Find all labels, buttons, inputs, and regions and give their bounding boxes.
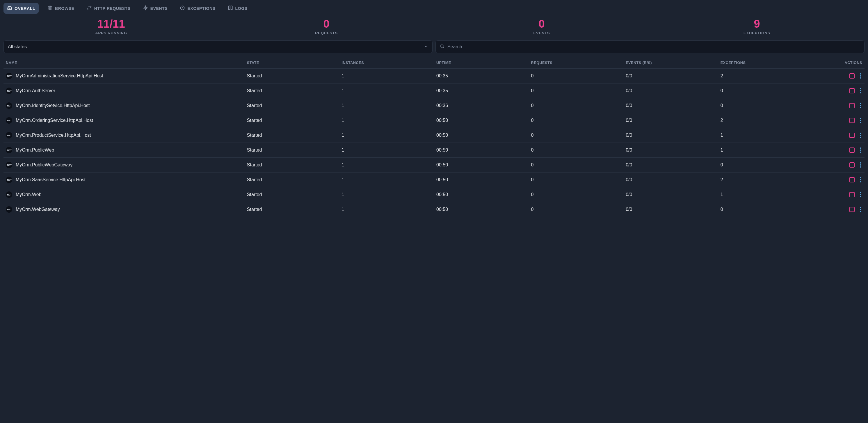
more-actions-button[interactable] [859, 73, 862, 79]
app-events: 0/0 [623, 128, 718, 143]
dotnet-icon: .NET [6, 206, 12, 213]
app-name[interactable]: MyCrm.OrderingService.HttpApi.Host [16, 118, 93, 123]
more-actions-button[interactable] [859, 162, 862, 168]
more-actions-button[interactable] [859, 206, 862, 213]
app-instances: 1 [339, 98, 434, 113]
more-actions-button[interactable] [859, 177, 862, 183]
stop-button[interactable] [849, 103, 855, 108]
app-events: 0/0 [623, 143, 718, 158]
tab-browse[interactable]: BROWSE [44, 3, 78, 14]
tabs: OVERALLBROWSEHTTP REQUESTSEVENTSEXCEPTIO… [0, 0, 868, 15]
app-exceptions: 2 [718, 113, 804, 128]
more-actions-button[interactable] [859, 102, 862, 109]
table-row: .NETMyCrm.PublicWebStarted100:5000/01 [3, 143, 865, 158]
dotnet-icon: .NET [6, 117, 12, 124]
stop-button[interactable] [849, 133, 855, 138]
col-requests: REQUESTS [529, 57, 624, 69]
app-name[interactable]: MyCrm.PublicWeb [16, 148, 54, 153]
app-name[interactable]: MyCrm.AuthServer [16, 88, 55, 93]
dotnet-icon: .NET [6, 102, 12, 109]
globe-icon [48, 5, 53, 11]
app-name[interactable]: MyCrm.WebGateway [16, 207, 60, 212]
app-uptime: 00:50 [434, 202, 529, 217]
stats-row: 11/11 APPS RUNNING 0 REQUESTS 0 EVENTS 9… [0, 15, 868, 40]
stat-exceptions-value: 9 [649, 18, 865, 30]
state-filter-value: All states [8, 44, 27, 50]
app-uptime: 00:50 [434, 173, 529, 187]
app-name[interactable]: MyCrm.SaasService.HttpApi.Host [16, 177, 86, 182]
app-requests: 0 [529, 128, 624, 143]
stop-button[interactable] [849, 118, 855, 123]
app-requests: 0 [529, 113, 624, 128]
app-state: Started [245, 143, 339, 158]
app-instances: 1 [339, 187, 434, 202]
app-events: 0/0 [623, 173, 718, 187]
more-actions-button[interactable] [859, 191, 862, 198]
swap-icon [87, 5, 92, 11]
tab-exceptions[interactable]: EXCEPTIONS [176, 3, 219, 14]
table-row: .NETMyCrm.SaasService.HttpApi.HostStarte… [3, 173, 865, 187]
tab-label: HTTP REQUESTS [94, 6, 131, 11]
app-state: Started [245, 84, 339, 98]
alert-icon [180, 5, 185, 11]
stop-button[interactable] [849, 148, 855, 153]
tab-logs[interactable]: LOGS [224, 3, 251, 14]
table-row: .NETMyCrm.PublicWebGatewayStarted100:500… [3, 158, 865, 173]
app-state: Started [245, 187, 339, 202]
app-exceptions: 2 [718, 173, 804, 187]
col-state: STATE [245, 57, 339, 69]
app-instances: 1 [339, 69, 434, 84]
stat-apps: 11/11 APPS RUNNING [3, 18, 219, 35]
app-events: 0/0 [623, 158, 718, 173]
app-name[interactable]: MyCrmAdministrationService.HttpApi.Host [16, 73, 103, 79]
col-actions: ACTIONS [804, 57, 865, 69]
dotnet-icon: .NET [6, 73, 12, 79]
app-state: Started [245, 113, 339, 128]
stop-button[interactable] [849, 88, 855, 93]
tab-events[interactable]: EVENTS [140, 3, 171, 14]
table-row: .NETMyCrm.AuthServerStarted100:3500/00 [3, 84, 865, 98]
app-events: 0/0 [623, 202, 718, 217]
more-actions-button[interactable] [859, 117, 862, 124]
table-row: .NETMyCrm.OrderingService.HttpApi.HostSt… [3, 113, 865, 128]
more-actions-button[interactable] [859, 147, 862, 153]
stop-button[interactable] [849, 73, 855, 79]
app-name[interactable]: MyCrm.IdentitySetvice.HttpApi.Host [16, 103, 90, 108]
app-name[interactable]: MyCrm.ProductService.HttpApi.Host [16, 133, 91, 138]
bolt-icon [143, 5, 148, 11]
app-state: Started [245, 158, 339, 173]
dotnet-icon: .NET [6, 191, 12, 198]
app-state: Started [245, 128, 339, 143]
table-row: .NETMyCrm.WebGatewayStarted100:5000/00 [3, 202, 865, 217]
more-actions-button[interactable] [859, 132, 862, 139]
stat-exceptions: 9 EXCEPTIONS [649, 18, 865, 35]
app-name[interactable]: MyCrm.Web [16, 192, 41, 197]
stop-button[interactable] [849, 177, 855, 182]
app-name[interactable]: MyCrm.PublicWebGateway [16, 162, 72, 168]
app-requests: 0 [529, 187, 624, 202]
table-header-row: NAME STATE INSTANCES UPTIME REQUESTS EVE… [3, 57, 865, 69]
app-uptime: 00:50 [434, 187, 529, 202]
tab-label: LOGS [235, 6, 248, 11]
tab-label: EVENTS [150, 6, 168, 11]
stop-button[interactable] [849, 207, 855, 212]
tab-overall[interactable]: OVERALL [3, 3, 39, 14]
app-uptime: 00:35 [434, 84, 529, 98]
table-row: .NETMyCrm.IdentitySetvice.HttpApi.HostSt… [3, 98, 865, 113]
app-requests: 0 [529, 158, 624, 173]
tab-http[interactable]: HTTP REQUESTS [83, 3, 134, 14]
more-actions-button[interactable] [859, 88, 862, 94]
state-filter-select[interactable]: All states [3, 40, 433, 53]
app-instances: 1 [339, 202, 434, 217]
book-icon [228, 5, 233, 11]
chevron-down-icon [424, 44, 428, 50]
stat-exceptions-label: EXCEPTIONS [649, 31, 865, 35]
stop-button[interactable] [849, 192, 855, 197]
search-input[interactable] [447, 44, 860, 50]
app-events: 0/0 [623, 84, 718, 98]
stop-button[interactable] [849, 162, 855, 168]
app-table: NAME STATE INSTANCES UPTIME REQUESTS EVE… [0, 57, 868, 217]
search-box[interactable] [435, 40, 865, 53]
svg-point-8 [441, 45, 443, 48]
col-uptime: UPTIME [434, 57, 529, 69]
